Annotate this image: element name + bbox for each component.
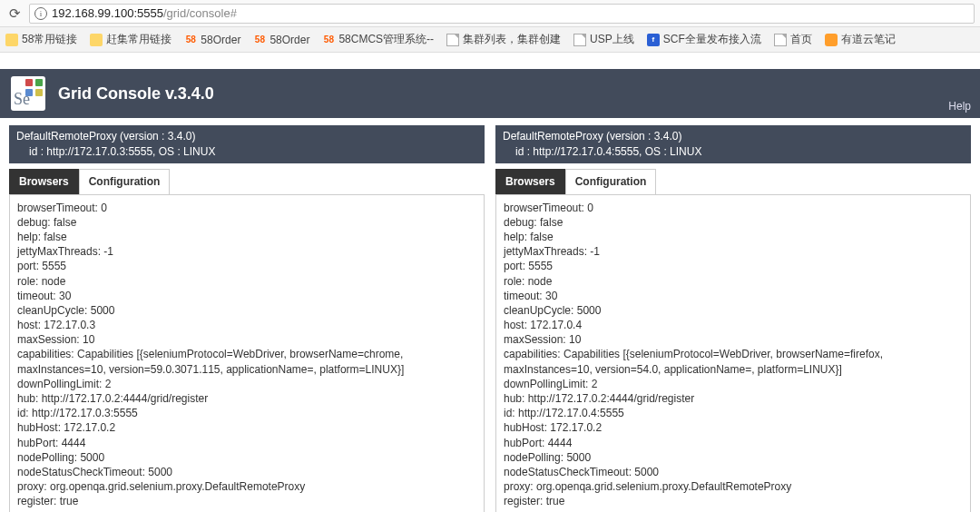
config-row: timeout: 30 [504,289,963,303]
page-icon [774,34,787,46]
proxy-panels: DefaultRemoteProxy (version : 3.4.0)id :… [0,118,980,512]
config-row: cleanUpCycle: 5000 [17,303,476,318]
bookmark-item[interactable]: 有道云笔记 [825,32,896,47]
page-title: Grid Console v.3.4.0 [58,84,214,103]
config-row: id: http://172.17.0.4:5555 [504,406,963,420]
tab-configuration[interactable]: Configuration [565,169,657,194]
config-row: debug: false [17,215,476,230]
tab-browsers[interactable]: Browsers [495,169,565,194]
config-row: role: node [17,274,476,289]
browser-url-bar: ⟳ i 192.168.99.100:5555/grid/console# [0,0,980,27]
tabs: BrowsersConfiguration [495,169,971,194]
page-icon [573,34,586,46]
config-row: browserTimeout: 0 [504,201,963,215]
58-icon: 58 [184,34,197,46]
config-row: port: 5555 [17,259,476,273]
tab-browsers[interactable]: Browsers [9,169,79,194]
reload-button[interactable]: ⟳ [5,5,24,23]
help-link[interactable]: Help [948,100,971,113]
bookmark-item[interactable]: 5858CMCS管理系统-- [322,32,434,47]
bookmarks-bar: 58常用链接赶集常用链接5858Order5858Order5858CMCS管理… [0,27,980,53]
page-header: Se Grid Console v.3.4.0 Help [0,69,980,118]
config-row: nodePolling: 5000 [17,450,476,465]
config-row: host: 172.17.0.3 [17,318,476,332]
config-row: help: false [17,230,476,244]
proxy-id-line: id : http://172.17.0.4:5555, OS : LINUX [503,144,964,160]
config-row: timeout: 30 [17,289,476,303]
config-row: browserTimeout: 0 [17,201,476,215]
config-row: debug: false [504,215,963,230]
proxy-header: DefaultRemoteProxy (version : 3.4.0)id :… [495,125,971,163]
bookmark-item[interactable]: 5858Order [253,34,309,46]
url-input[interactable]: i 192.168.99.100:5555/grid/console# [29,4,975,24]
config-row: maxSession: 10 [504,332,963,347]
config-row: port: 5555 [504,259,963,273]
info-icon[interactable]: i [34,7,47,20]
58-icon: 58 [322,34,335,46]
config-row: proxy: org.openqa.grid.selenium.proxy.De… [17,479,476,494]
page-icon [446,34,459,46]
bookmark-item[interactable]: 58常用链接 [5,32,77,47]
proxy-panel: DefaultRemoteProxy (version : 3.4.0)id :… [9,125,485,512]
config-row: maxSession: 10 [17,332,476,347]
config-row: hubHost: 172.17.0.2 [504,420,963,435]
bookmark-item[interactable]: 5858Order [184,34,240,46]
bookmark-label: 集群列表，集群创建 [463,32,561,47]
config-row: capabilities: Capabilities [{seleniumPro… [17,347,476,376]
tab-configuration[interactable]: Configuration [79,169,171,194]
config-row: registerCycle: 5000 [17,509,476,512]
config-row: nodeStatusCheckTimeout: 5000 [504,465,963,479]
bookmark-item[interactable]: 集群列表，集群创建 [446,32,561,47]
bookmark-item[interactable]: 首页 [774,32,812,47]
url-text: 192.168.99.100:5555/grid/console# [52,6,237,20]
proxy-header: DefaultRemoteProxy (version : 3.4.0)id :… [9,125,485,163]
config-row: downPollingLimit: 2 [504,377,963,391]
config-row: help: false [504,230,963,244]
bookmark-label: USP上线 [590,32,634,47]
config-row: cleanUpCycle: 5000 [504,303,963,318]
config-row: downPollingLimit: 2 [17,377,476,391]
config-row: hub: http://172.17.0.2:4444/grid/registe… [504,391,963,406]
bookmark-item[interactable]: USP上线 [573,32,634,47]
proxy-title: DefaultRemoteProxy (version : 3.4.0) [503,129,964,144]
bookmark-item[interactable]: fSCF全量发布接入流 [647,32,761,47]
bookmark-label: 有道云笔记 [841,32,896,47]
config-row: capabilities: Capabilities [{seleniumPro… [504,347,963,376]
config-row: registerCycle: 5000 [504,509,963,512]
bookmark-label: SCF全量发布接入流 [663,32,761,47]
58-icon: 58 [253,34,266,46]
config-row: proxy: org.openqa.grid.selenium.proxy.De… [504,479,963,494]
config-row: hubHost: 172.17.0.2 [17,420,476,435]
bookmark-label: 首页 [790,32,812,47]
bookmark-label: 58常用链接 [22,32,77,47]
config-row: hub: http://172.17.0.2:4444/grid/registe… [17,391,476,406]
folder-icon [90,34,103,46]
bookmark-label: 58Order [201,34,240,46]
config-row: hubPort: 4444 [504,436,963,450]
tabs: BrowsersConfiguration [9,169,485,194]
config-row: nodeStatusCheckTimeout: 5000 [17,465,476,479]
bookmark-label: 58Order [270,34,309,46]
config-row: register: true [504,494,963,508]
config-row: id: http://172.17.0.3:5555 [17,406,476,420]
config-row: host: 172.17.0.4 [504,318,963,332]
config-row: nodePolling: 5000 [504,450,963,465]
folder-icon [5,34,18,46]
proxy-panel: DefaultRemoteProxy (version : 3.4.0)id :… [495,125,971,512]
configuration-body: browserTimeout: 0debug: falsehelp: false… [9,194,485,512]
bookmark-label: 赶集常用链接 [106,32,172,47]
youdao-icon [825,34,838,46]
proxy-id-line: id : http://172.17.0.3:5555, OS : LINUX [16,144,477,160]
bookmark-label: 58CMCS管理系统-- [338,32,434,47]
config-row: jettyMaxThreads: -1 [504,244,963,259]
selenium-logo-icon: Se [11,76,45,111]
config-row: hubPort: 4444 [17,436,476,450]
config-row: role: node [504,274,963,289]
config-row: register: true [17,494,476,508]
bookmark-item[interactable]: 赶集常用链接 [90,32,172,47]
config-row: jettyMaxThreads: -1 [17,244,476,259]
proxy-title: DefaultRemoteProxy (version : 3.4.0) [16,129,477,144]
app-icon: f [647,34,660,46]
configuration-body: browserTimeout: 0debug: falsehelp: false… [495,194,971,512]
